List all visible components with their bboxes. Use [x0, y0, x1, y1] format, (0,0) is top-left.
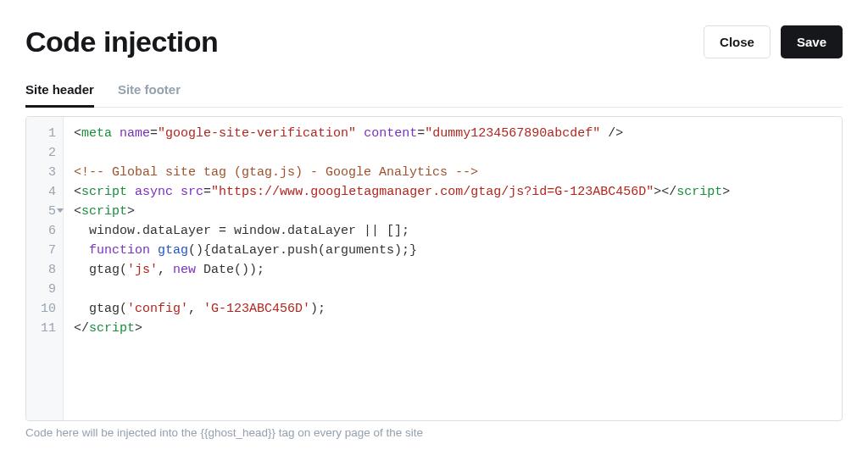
line-number: 2 — [26, 143, 63, 163]
close-button[interactable]: Close — [704, 25, 771, 58]
line-number: 9 — [26, 280, 63, 299]
code-line[interactable]: gtag('config', 'G-123ABC456D'); — [74, 299, 832, 319]
line-number: 4 — [26, 182, 63, 202]
code-line[interactable]: <!-- Global site tag (gtag.js) - Google … — [74, 163, 832, 182]
line-number: 6 — [26, 221, 63, 241]
code-line[interactable]: gtag('js', new Date()); — [74, 260, 832, 280]
code-line[interactable] — [74, 280, 832, 299]
code-line[interactable]: <script async src="https://www.googletag… — [74, 182, 832, 202]
line-number: 11 — [26, 319, 63, 338]
code-editor[interactable]: 1234567891011 <meta name="google-site-ve… — [25, 116, 843, 421]
save-button[interactable]: Save — [781, 25, 843, 58]
code-line[interactable] — [74, 143, 832, 163]
line-number-gutter: 1234567891011 — [26, 117, 64, 420]
action-buttons: Close Save — [704, 25, 843, 58]
line-number: 10 — [26, 299, 63, 319]
tab-site-header[interactable]: Site header — [25, 82, 94, 108]
code-area[interactable]: <meta name="google-site-verification" co… — [64, 117, 842, 420]
line-number: 3 — [26, 163, 63, 182]
code-line[interactable]: function gtag(){dataLayer.push(arguments… — [74, 241, 832, 260]
line-number: 1 — [26, 124, 63, 143]
helper-text: Code here will be injected into the {{gh… — [25, 426, 843, 439]
code-line[interactable]: <meta name="google-site-verification" co… — [74, 124, 832, 143]
page-title: Code injection — [25, 25, 218, 58]
code-line[interactable]: <script> — [74, 202, 832, 221]
line-number: 7 — [26, 241, 63, 260]
tab-site-footer[interactable]: Site footer — [118, 82, 181, 108]
header-row: Code injection Close Save — [25, 25, 843, 58]
editor-container: 1234567891011 <meta name="google-site-ve… — [25, 116, 843, 439]
line-number: 8 — [26, 260, 63, 280]
code-line[interactable]: </script> — [74, 319, 832, 338]
code-line[interactable]: window.dataLayer = window.dataLayer || [… — [74, 221, 832, 241]
line-number: 5 — [26, 202, 63, 221]
tabs: Site header Site footer — [25, 82, 843, 108]
